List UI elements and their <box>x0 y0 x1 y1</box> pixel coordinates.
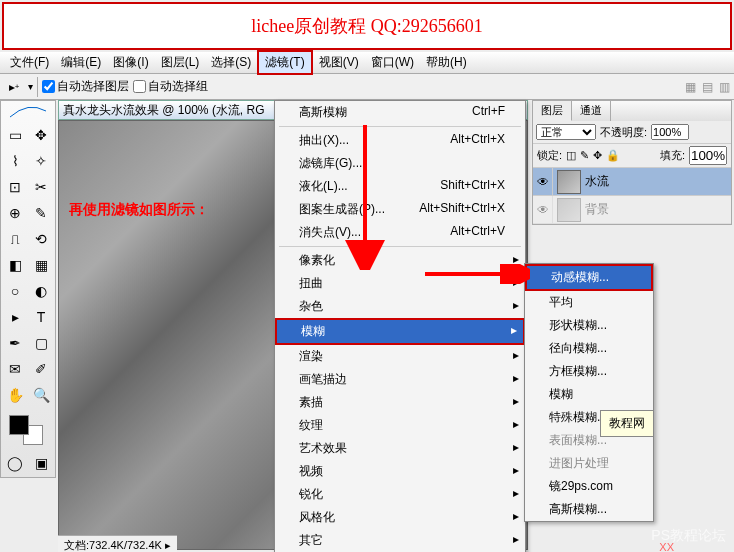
options-bar: ▸+ ▾ 自动选择图层 自动选择组 ▦▤▥ <box>0 74 734 100</box>
filter-menu-item[interactable]: 扭曲▸ <box>275 272 525 295</box>
filter-menu-item[interactable]: 素描▸ <box>275 391 525 414</box>
layer-name[interactable]: 水流 <box>585 173 609 190</box>
doc-size-info: 文档:732.4K/732.4K <box>64 539 162 551</box>
filter-menu-item[interactable]: 图案生成器(P)...Alt+Shift+Ctrl+X <box>275 198 525 221</box>
menu-window[interactable]: 窗口(W) <box>365 52 420 73</box>
menu-help[interactable]: 帮助(H) <box>420 52 473 73</box>
layer-name[interactable]: 背景 <box>585 201 609 218</box>
pen-tool[interactable]: ✒ <box>3 331 27 355</box>
auto-select-group-checkbox[interactable]: 自动选择组 <box>133 78 208 95</box>
blur-submenu-item[interactable]: 形状模糊... <box>525 314 653 337</box>
menu-select[interactable]: 选择(S) <box>205 52 257 73</box>
menu-file[interactable]: 文件(F) <box>4 52 55 73</box>
eraser-tool[interactable]: ◧ <box>3 253 27 277</box>
filter-menu-item[interactable]: 渲染▸ <box>275 345 525 368</box>
opacity-label: 不透明度: <box>600 125 647 140</box>
lock-move-icon[interactable]: ✥ <box>593 149 602 162</box>
menu-view[interactable]: 视图(V) <box>313 52 365 73</box>
filter-menu-item[interactable]: 锐化▸ <box>275 483 525 506</box>
filter-menu-item[interactable]: 杂色▸ <box>275 295 525 318</box>
layers-panel: 图层 通道 正常 不透明度: 锁定: ◫ ✎ ✥ 🔒 填充: 👁 <box>532 100 732 225</box>
zoom-tool[interactable]: 🔍 <box>29 383 53 407</box>
auto-select-layer-checkbox[interactable]: 自动选择图层 <box>42 78 129 95</box>
filter-menu-dropdown: 高斯模糊Ctrl+F抽出(X)...Alt+Ctrl+X滤镜库(G)...液化(… <box>274 100 526 552</box>
opacity-input[interactable] <box>651 124 689 140</box>
lasso-tool[interactable]: ⌇ <box>3 149 27 173</box>
layer-row[interactable]: 👁 背景 <box>533 196 731 224</box>
quickmask-icon[interactable]: ◯ <box>3 451 27 475</box>
blur-submenu-item[interactable]: 方框模糊... <box>525 360 653 383</box>
fill-label: 填充: <box>660 148 685 163</box>
blur-tool[interactable]: ○ <box>3 279 27 303</box>
filter-menu-item[interactable]: 艺术效果▸ <box>275 437 525 460</box>
layer-row[interactable]: 👁 水流 <box>533 168 731 196</box>
status-bar: 文档:732.4K/732.4K ▸ <box>58 535 177 552</box>
path-select-tool[interactable]: ▸ <box>3 305 27 329</box>
tutorial-header: lichee原创教程 QQ:292656601 <box>2 2 732 50</box>
foreground-color[interactable] <box>9 415 29 435</box>
blur-submenu-item[interactable]: 径向模糊... <box>525 337 653 360</box>
main-area: ▭ ✥ ⌇ ✧ ⊡ ✂ ⊕ ✎ ⎍ ⟲ ◧ ▦ ○ ◐ ▸ T ✒ ▢ ✉ ✐ … <box>0 100 734 552</box>
layer-thumbnail[interactable] <box>557 170 581 194</box>
brush-tool[interactable]: ✎ <box>29 201 53 225</box>
filter-menu-item[interactable]: 消失点(V)...Alt+Ctrl+V <box>275 221 525 244</box>
wand-tool[interactable]: ✧ <box>29 149 53 173</box>
filter-menu-item[interactable]: 纹理▸ <box>275 414 525 437</box>
filter-menu-item[interactable]: 画笔描边▸ <box>275 368 525 391</box>
fill-input[interactable] <box>689 146 727 165</box>
filter-menu-item[interactable]: 模糊▸ <box>275 318 525 345</box>
visibility-icon[interactable]: 👁 <box>533 196 553 223</box>
history-brush-tool[interactable]: ⟲ <box>29 227 53 251</box>
lock-paint-icon[interactable]: ✎ <box>580 149 589 162</box>
filter-menu-item[interactable]: 滤镜库(G)... <box>275 152 525 175</box>
blend-mode-select[interactable]: 正常 <box>536 124 596 140</box>
blur-submenu-item[interactable]: 平均 <box>525 291 653 314</box>
filter-menu-item[interactable]: 抽出(X)...Alt+Ctrl+X <box>275 129 525 152</box>
watermark-xx: XX <box>659 541 674 552</box>
shape-tool[interactable]: ▢ <box>29 331 53 355</box>
filter-menu-item[interactable]: 风格化▸ <box>275 506 525 529</box>
filter-menu-item[interactable]: 其它▸ <box>275 529 525 552</box>
visibility-icon[interactable]: 👁 <box>533 168 553 195</box>
lock-all-icon[interactable]: 🔒 <box>606 149 620 162</box>
menu-image[interactable]: 图像(I) <box>107 52 154 73</box>
slice-tool[interactable]: ✂ <box>29 175 53 199</box>
color-swatch[interactable] <box>3 413 53 449</box>
tab-channels[interactable]: 通道 <box>572 101 611 121</box>
move-tool[interactable]: ✥ <box>29 123 53 147</box>
marquee-tool[interactable]: ▭ <box>3 123 27 147</box>
notes-tool[interactable]: ✉ <box>3 357 27 381</box>
blur-submenu: 动感模糊...平均形状模糊...径向模糊...方框模糊...模糊特殊模糊...表… <box>524 263 654 522</box>
filter-menu-item[interactable]: 液化(L)...Shift+Ctrl+X <box>275 175 525 198</box>
hand-tool[interactable]: ✋ <box>3 383 27 407</box>
stamp-tool[interactable]: ⎍ <box>3 227 27 251</box>
crop-tool[interactable]: ⊡ <box>3 175 27 199</box>
filter-menu-item[interactable]: 高斯模糊Ctrl+F <box>275 101 525 124</box>
move-tool-icon[interactable]: ▸+ <box>4 77 24 97</box>
screenmode-icon[interactable]: ▣ <box>29 451 53 475</box>
blur-submenu-item: 进图片处理 <box>525 452 653 475</box>
gradient-tool[interactable]: ▦ <box>29 253 53 277</box>
tab-layers[interactable]: 图层 <box>533 101 572 121</box>
layer-thumbnail[interactable] <box>557 198 581 222</box>
filter-menu-item[interactable]: 视频▸ <box>275 460 525 483</box>
lock-transparent-icon[interactable]: ◫ <box>566 149 576 162</box>
lock-label: 锁定: <box>537 148 562 163</box>
blur-submenu-item[interactable]: 高斯模糊... <box>525 498 653 521</box>
align-icons: ▦▤▥ <box>685 80 730 94</box>
tutorial-header-text: lichee原创教程 QQ:292656601 <box>251 14 482 38</box>
annotation-text: 再使用滤镜如图所示： <box>69 201 209 219</box>
eyedropper-tool[interactable]: ✐ <box>29 357 53 381</box>
menu-filter[interactable]: 滤镜(T) <box>257 50 312 75</box>
right-panel-dock: 图层 通道 正常 不透明度: 锁定: ◫ ✎ ✥ 🔒 填充: 👁 <box>532 100 732 225</box>
blur-submenu-item[interactable]: 动感模糊... <box>525 264 653 291</box>
heal-tool[interactable]: ⊕ <box>3 201 27 225</box>
filter-menu-item[interactable]: 像素化▸ <box>275 249 525 272</box>
menu-edit[interactable]: 编辑(E) <box>55 52 107 73</box>
blur-submenu-item[interactable]: 模糊 <box>525 383 653 406</box>
blur-submenu-item[interactable]: 镜29ps.com <box>525 475 653 498</box>
menu-layer[interactable]: 图层(L) <box>155 52 206 73</box>
tooltip: 教程网 <box>600 410 654 437</box>
type-tool[interactable]: T <box>29 305 53 329</box>
dodge-tool[interactable]: ◐ <box>29 279 53 303</box>
